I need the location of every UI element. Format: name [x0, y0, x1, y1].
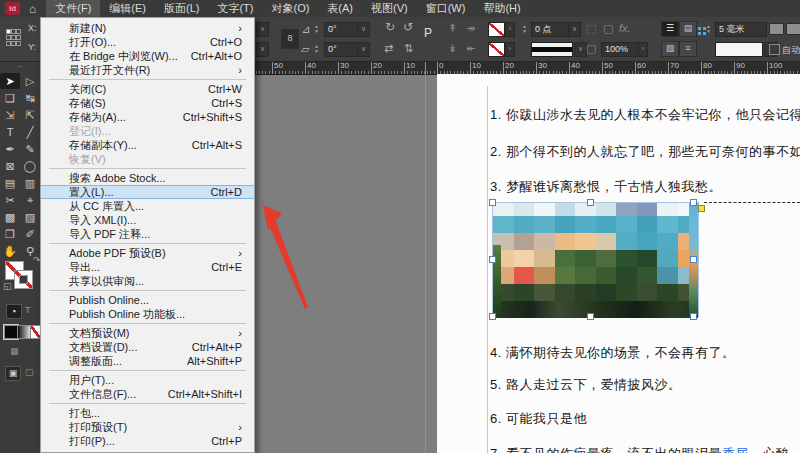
vertical-grid-tool[interactable]: ▥ [20, 175, 40, 191]
handle-mid-left[interactable] [489, 256, 496, 263]
corner-edit-handle[interactable] [698, 205, 705, 212]
stroke-weight-field[interactable]: 0 点 [531, 22, 571, 37]
direct-selection-tool[interactable]: ▷ [20, 73, 40, 89]
corner-options-icon[interactable]: ⬚ [586, 22, 596, 35]
file-menu-item[interactable]: Publish Online... [41, 293, 254, 307]
rotation-stepper[interactable]: ▲▼ [314, 24, 322, 34]
height-dropdown-arrow[interactable]: ∨ [256, 42, 269, 57]
horizontal-grid-tool[interactable]: ▤ [0, 175, 20, 191]
hand-tool[interactable]: ✋ [0, 243, 20, 259]
menu-bar-item-2[interactable]: 版面(L) [155, 0, 208, 17]
doc-text-line[interactable]: 2. 那个得不到的人就忘了吧，那些无可奈何的事不如算了。 [490, 143, 800, 161]
file-menu-item[interactable]: 新建(N)› [41, 21, 254, 35]
eyedropper-tool[interactable]: ✐ [20, 226, 40, 242]
handle-bottom-center[interactable] [587, 313, 594, 320]
fill-color-flyout[interactable]: › [505, 42, 515, 57]
fill-color-none-swatch[interactable] [488, 42, 505, 57]
file-menu-item[interactable]: 最近打开文件(R)› [41, 63, 254, 77]
apply-color-button[interactable] [4, 325, 18, 339]
page-tool[interactable]: ❏ [0, 90, 20, 106]
type-tool[interactable]: T [0, 124, 20, 140]
doc-text-line[interactable]: 3. 梦醒谁诉离愁恨，千古情人独我愁。 [490, 178, 722, 196]
menu-bar-item-5[interactable]: 表(A) [318, 0, 362, 17]
opacity-field[interactable]: 100% [601, 42, 641, 57]
flip-vertical-icon[interactable]: ⇅ [404, 42, 413, 55]
wrap-object-shape-button[interactable]: ▨ [661, 41, 679, 57]
distribute-icon[interactable]: ↟ [448, 22, 457, 35]
file-menu-item[interactable]: 文档设置(D)...Ctrl+Alt+P [41, 340, 254, 354]
rotate-ccw-icon[interactable]: ↺ [403, 21, 413, 34]
gradient-swatch-tool[interactable]: ▩ [0, 209, 20, 225]
handle-mid-right[interactable] [690, 256, 697, 263]
pen-tool[interactable]: ✒ [0, 141, 20, 157]
rotation-angle-field[interactable]: 0° [324, 22, 360, 37]
handle-top-right[interactable] [690, 199, 697, 206]
note-tool[interactable]: ❐ [0, 226, 20, 242]
panel-grip-icon[interactable]: ‥ [0, 61, 40, 71]
content-collector-tool[interactable]: ⇲ [0, 107, 20, 123]
menu-bar-item-7[interactable]: 窗口(W) [417, 0, 475, 17]
panel-drag-dots[interactable] [698, 27, 706, 35]
swatch-dropdown-preview[interactable] [715, 42, 763, 57]
menu-bar-item-6[interactable]: 视图(V) [362, 0, 417, 17]
file-menu-item[interactable]: 从 CC 库置入... [41, 199, 254, 213]
formatting-affects-text-button[interactable]: T [25, 305, 31, 315]
wrap-none-button[interactable]: ☰ [661, 21, 679, 37]
stroke-color-flyout[interactable]: › [505, 22, 515, 37]
formatting-affects-container-button[interactable]: ▪ [6, 304, 22, 319]
gradient-feather-tool[interactable]: ▨ [20, 209, 40, 225]
rotation-dropdown-arrow[interactable]: ∨ [357, 22, 370, 37]
default-fill-stroke-icon[interactable]: ◱ [3, 281, 12, 291]
file-menu-item[interactable]: 打印(P)...Ctrl+P [41, 434, 254, 448]
apply-gradient-button[interactable] [17, 325, 31, 339]
effects-icon[interactable]: fx. [619, 22, 631, 35]
stroke-weight-dropdown[interactable]: ∨ [568, 22, 581, 37]
stroke-weight-stepper[interactable]: ▲▼ [522, 24, 530, 34]
stroke-color-none-swatch[interactable] [488, 22, 505, 37]
document-page[interactable]: 1. 你跋山涉水去见的人根本不会牢记你，他只会记得自己跋 2. 那个得不到的人就… [437, 74, 800, 453]
file-menu-item[interactable]: 登记(I)... [41, 124, 254, 138]
wrap-bounding-box-button[interactable]: ▤ [679, 21, 697, 37]
file-menu-item[interactable]: 文件信息(F)...Ctrl+Alt+Shift+I [41, 387, 254, 401]
shear-dropdown-arrow[interactable]: ∨ [357, 42, 370, 57]
scissors-tool[interactable]: ✂ [0, 192, 20, 208]
file-menu-item[interactable]: 存储(S)Ctrl+S [41, 96, 254, 110]
gap-tool[interactable]: ↹ [20, 90, 40, 106]
free-transform-tool[interactable]: ⌖ [20, 192, 40, 208]
flip-horizontal-icon[interactable]: ⇄ [384, 42, 393, 55]
home-icon[interactable]: ⌂ [29, 2, 36, 16]
stroke-style-preview[interactable] [531, 42, 573, 57]
file-menu-item[interactable]: 导入 PDF 注释... [41, 227, 254, 241]
menu-bar-item-0[interactable]: 文件(F) [46, 0, 100, 17]
menu-bar-item-3[interactable]: 文字(T) [208, 0, 262, 17]
placed-image-frame[interactable] [492, 202, 699, 317]
menu-bar-item-8[interactable]: 帮助(H) [474, 0, 529, 17]
select-container-badge[interactable]: P [424, 26, 432, 40]
file-menu-item[interactable]: 打开(O)...Ctrl+O [41, 35, 254, 49]
wrap-jump-button[interactable]: ≡ [679, 41, 697, 57]
ellipse-frame-tool[interactable]: ◯ [20, 158, 40, 174]
content-placer-tool[interactable]: ⇱ [20, 107, 40, 123]
pencil-tool[interactable]: ✎ [20, 141, 40, 157]
constrain-proportions-icon[interactable]: 8 [281, 29, 299, 49]
shear-angle-field[interactable]: 0° [324, 42, 360, 57]
file-menu-item[interactable]: 置入(L)...Ctrl+D [41, 185, 254, 199]
file-menu-item[interactable]: 打包... [41, 406, 254, 420]
file-menu-item[interactable]: 打印预设(T)› [41, 420, 254, 434]
workspace-icon[interactable] [769, 23, 784, 35]
normal-view-mode-button[interactable]: ▣ [5, 366, 21, 381]
handle-top-center[interactable] [587, 199, 594, 206]
menu-bar-item-4[interactable]: 对象(O) [262, 0, 318, 17]
corner-shape-icon[interactable]: ▢ [603, 22, 613, 35]
auto-fit-checkbox[interactable] [769, 44, 780, 55]
reference-point-proxy[interactable] [6, 29, 20, 46]
opacity-flyout[interactable]: › [638, 42, 648, 57]
handle-top-left[interactable] [489, 199, 496, 206]
file-menu-item[interactable]: 调整版面...Alt+Shift+P [41, 354, 254, 368]
file-menu-item[interactable]: 关闭(C)Ctrl+W [41, 82, 254, 96]
distribute-icon[interactable]: ↞ [466, 42, 475, 55]
rotate-cw-icon[interactable]: ↻ [385, 21, 395, 34]
wrap-offset-field[interactable]: 5 毫米 [715, 22, 767, 37]
file-menu-item[interactable]: 导出...Ctrl+E [41, 260, 254, 274]
rectangle-frame-tool[interactable]: ⊠ [0, 158, 20, 174]
